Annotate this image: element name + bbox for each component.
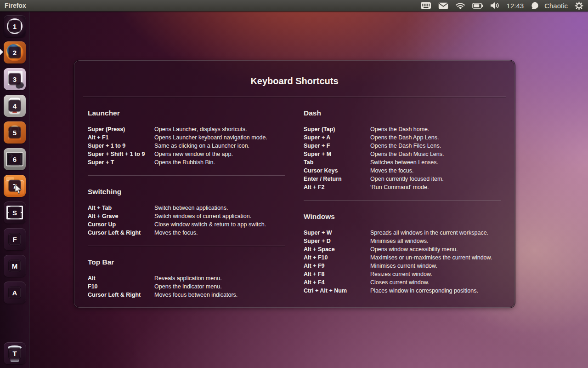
launcher-item-workspace-switcher[interactable]: S [4,201,26,224]
app-menu-title[interactable]: Firefox [5,2,26,9]
section-title: Top Bar [88,258,285,266]
shortcut-keys: Alt + F2 [304,183,370,191]
shortcut-keys: Alt [88,274,154,282]
shortcut-row: Ctrl + Alt + NumPlaces window in corresp… [304,287,501,295]
network-icon[interactable] [455,2,465,9]
shortcut-keys: Alt + Grave [88,212,154,220]
launcher-item-terminal[interactable]: 6 [4,148,26,170]
shortcut-badge: 3 [9,74,21,85]
shortcut-keys: Super + A [304,133,370,142]
shortcut-description: Switch between applications. [154,204,285,212]
shortcut-description: Resizes current window. [370,270,501,278]
shortcut-description: ‘Run Command’ mode. [370,183,501,191]
shortcut-row: Enter / ReturnOpen currently focused ite… [304,175,501,183]
shortcut-badge: 5 [9,127,21,138]
shortcut-description: Moves focus between indicators. [154,291,285,299]
section-title: Windows [304,213,501,221]
session-gear-icon[interactable] [575,1,583,10]
shortcut-description: Opens the Dash Music Lens. [370,150,501,158]
shortcut-description: Open currently focused item. [370,175,501,183]
shortcut-row: Cursor KeysMoves the focus. [304,167,501,175]
launcher-item-app-a[interactable]: A [4,282,26,304]
shortcut-keys: Cursor Left & Right [88,291,154,299]
launcher-item-trash[interactable]: T [4,342,26,364]
shortcut-description: Opens the Dash Files Lens. [370,142,501,150]
shortcut-description: Opens new window of the app. [154,150,285,158]
shortcut-row: Super + 1 to 9Same as clicking on a Laun… [88,142,285,150]
shortcut-row: Cursor Left & RightMoves focus between i… [88,291,285,299]
shortcut-description: Switches between Lenses. [370,158,501,167]
shortcut-keys: Tab [304,158,370,167]
shortcut-badge: 2 [9,47,21,58]
shortcut-row: Super + MOpens the Dash Music Lens. [304,150,501,158]
shortcut-row: Alt + TabSwitch between applications. [88,204,285,212]
shortcut-description: Spreads all windows in the current works… [370,229,501,237]
shortcut-description: Same as clicking on a Launcher icon. [154,142,285,150]
shortcut-row: Alt + GraveSwitch windows of current app… [88,212,285,220]
top-bar: Firefox [0,0,588,12]
shortcut-row: Super + FOpens the Dash Files Lens. [304,142,501,150]
launcher-item-media-app[interactable]: 3 [4,68,26,90]
shortcut-description: Switch windows of current application. [154,212,285,220]
indicator-area: 12:43 Chaotic [420,1,588,10]
clock-indicator[interactable]: 12:43 [507,2,524,10]
shortcut-row: Alt + F1Opens Launcher keyboard navigati… [88,133,285,142]
shortcut-description: Minimises current window. [370,262,501,270]
shortcut-row: Super (Tap)Opens the Dash home. [304,125,501,133]
section-title: Switching [88,188,285,196]
section-divider [88,175,285,176]
shortcut-row: Cursor Left & RightMoves the focus. [88,229,285,237]
messaging-bubble-icon[interactable] [531,2,539,10]
shortcut-row: Super + DMinimises all windows. [304,237,501,245]
launcher-item-software-center[interactable]: 5 [4,121,26,144]
shortcut-badge: 6 [9,154,21,165]
shortcut-description: Moves the focus. [370,167,501,175]
shortcut-description: Maximises or un-maximises the current wi… [370,253,501,262]
shortcut-row: Alt + F4Closes current window. [304,278,501,287]
shortcut-description: Places window in corresponding positions… [370,287,501,295]
mouse-cursor-icon [14,184,23,196]
shortcut-description: Reveals application menu. [154,274,285,282]
shortcut-keys: Alt + F4 [304,278,370,287]
shortcut-description: Opens Launcher keyboard navigation mode. [154,133,285,142]
shortcut-description: Opens the Dash App Lens. [370,133,501,142]
mail-icon[interactable] [438,2,448,9]
user-menu[interactable]: Chaotic [544,2,568,10]
shortcut-badge: 4 [9,100,21,112]
shortcut-keys: Super + W [304,229,370,237]
launcher-item-music-player[interactable]: 4 [4,95,26,117]
shortcut-keys: Super + M [304,150,370,158]
shortcut-keys: Alt + F9 [304,262,370,270]
shortcut-keys: Cursor Up [88,220,154,229]
shortcut-columns: LauncherSuper (Press)Opens Launcher, dis… [74,97,515,299]
shortcut-description: Closes current window. [370,278,501,287]
shortcut-keys: Super + D [304,237,370,245]
launcher-item-dash-home[interactable]: 1 [4,15,26,37]
volume-icon[interactable] [490,2,500,9]
shortcut-description: Close window switch & return to app swit… [154,220,285,229]
shortcut-keys: Ctrl + Alt + Num [304,287,370,295]
shortcut-badge: M [9,260,21,272]
shortcut-row: F10Opens the indicator menu. [88,282,285,291]
launcher-item-app-m[interactable]: M [4,255,26,277]
shortcut-keys: Alt + Tab [88,204,154,212]
shortcut-row: Super + AOpens the Dash App Lens. [304,133,501,142]
keyboard-icon[interactable] [420,2,431,9]
shortcut-row: Super + Shift + 1 to 9Opens new window o… [88,150,285,158]
shortcut-row: Alt + F10Maximises or un-maximises the c… [304,253,501,262]
shortcut-description: Moves the focus. [154,229,285,237]
battery-icon[interactable] [472,3,483,9]
shortcut-row: AltReveals application menu. [88,274,285,282]
shortcut-description: Opens Launcher, displays shortcuts. [154,125,285,133]
shortcut-badge: T [9,348,21,359]
shortcut-row: Super + TOpens the Rubbish Bin. [88,158,285,167]
launcher-item-firefox[interactable]: 2 [4,41,26,63]
shortcut-row: Alt + F9Minimises current window. [304,262,501,270]
shortcut-row: Cursor UpClose window switch & return to… [88,220,285,229]
shortcut-badge: F [9,234,21,245]
section-divider [88,246,285,246]
shortcut-keys: Cursor Keys [304,167,370,175]
launcher-item-app-f[interactable]: F [4,228,26,250]
shortcut-keys: Super + T [88,158,154,167]
shortcut-row: Super + WSpreads all windows in the curr… [304,229,501,237]
